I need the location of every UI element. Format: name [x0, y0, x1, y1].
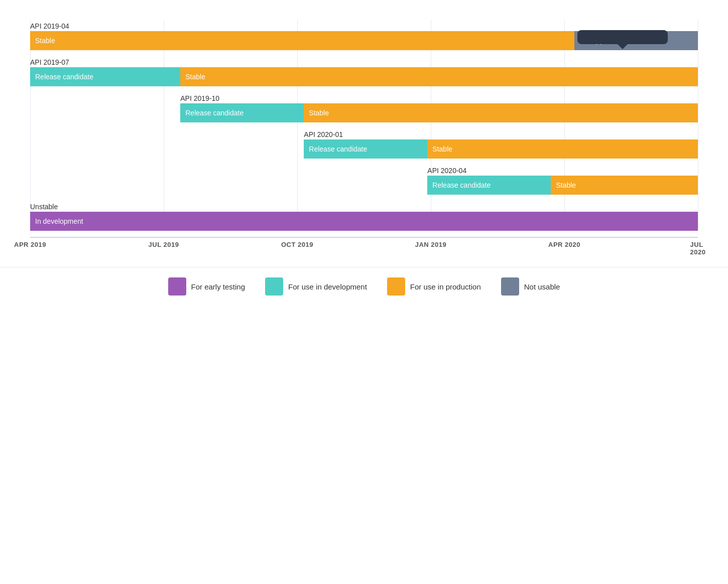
row-label-api-2019-07: API 2019-07: [30, 56, 698, 67]
row-label-api-2020-01: API 2020-01: [304, 128, 698, 139]
chart-container: API 2019-04StableUnsupportedAPI 2019-07R…: [30, 20, 698, 252]
x-axis-label: JUL 2019: [149, 241, 179, 248]
bar-segment-api-2020-01-1: Stable: [427, 139, 698, 159]
legend-swatch: [168, 277, 186, 296]
legend-item: For use in development: [265, 277, 367, 296]
bar-row-unstable: In development: [30, 212, 698, 231]
legend-swatch: [501, 277, 519, 296]
x-axis-label: OCT 2019: [281, 241, 313, 248]
legend-swatch: [387, 277, 405, 296]
bar-segment-api-2020-01-0: Release candidate: [304, 139, 427, 159]
row-label-api-2019-10: API 2019-10: [180, 92, 698, 103]
row-group-api-2020-01: API 2020-01Release candidateStable: [30, 128, 698, 159]
bar-row-api-2019-10: Release candidateStable: [30, 103, 698, 122]
bar-row-api-2020-04: Release candidateStable: [30, 176, 698, 195]
row-group-unstable: UnstableIn development: [30, 201, 698, 231]
x-axis-label: JUL 2020: [690, 241, 706, 256]
vertical-grid-line: [698, 20, 698, 231]
bar-segment-api-2019-07-0: Release candidate: [30, 67, 180, 86]
vertical-grid-line: [164, 20, 164, 231]
vertical-grid-line: [297, 20, 298, 231]
legend-label: For use in development: [288, 282, 367, 291]
legend-item: For early testing: [168, 277, 246, 296]
legend: For early testingFor use in developmentF…: [0, 267, 728, 306]
x-axis: APR 2019JUL 2019OCT 2019JAN 2019APR 2020…: [30, 237, 698, 252]
bar-segment-api-2019-10-0: Release candidate: [180, 103, 304, 122]
row-group-api-2019-07: API 2019-07Release candidateStable: [30, 56, 698, 86]
vertical-grid-line: [30, 20, 31, 231]
bar-segment-api-2019-07-1: Stable: [180, 67, 698, 86]
legend-item: Not usable: [501, 277, 560, 296]
vertical-grid-line: [431, 20, 431, 231]
x-axis-label: APR 2020: [548, 241, 580, 248]
row-label-api-2020-04: API 2020-04: [427, 165, 698, 176]
row-group-api-2020-04: API 2020-04Release candidateStable: [30, 165, 698, 195]
row-group-api-2019-10: API 2019-10Release candidateStable: [30, 92, 698, 122]
bar-segment-api-2020-04-0: Release candidate: [427, 176, 551, 195]
x-axis-label: APR 2019: [14, 241, 46, 248]
legend-label: For use in production: [410, 282, 481, 291]
row-label-api-2019-04: API 2019-04: [30, 20, 698, 31]
legend-label: Not usable: [524, 282, 560, 291]
bar-row-api-2019-07: Release candidateStable: [30, 67, 698, 86]
bar-segment-api-2019-10-1: Stable: [304, 103, 698, 122]
legend-swatch: [265, 277, 283, 296]
legend-label: For early testing: [191, 282, 246, 291]
grid-area: API 2019-04StableUnsupportedAPI 2019-07R…: [30, 20, 698, 231]
row-label-unstable: Unstable: [30, 201, 698, 212]
tooltip-box: [577, 30, 668, 44]
x-axis-label: JAN 2019: [415, 241, 447, 248]
bar-segment-api-2019-04-0: Stable: [30, 31, 574, 50]
bar-segment-api-2020-04-1: Stable: [551, 176, 698, 195]
grid-lines: [30, 20, 698, 231]
bar-segment-unstable-0: In development: [30, 212, 698, 231]
vertical-grid-line: [564, 20, 565, 231]
legend-item: For use in production: [387, 277, 481, 296]
bar-row-api-2020-01: Release candidateStable: [30, 139, 698, 159]
